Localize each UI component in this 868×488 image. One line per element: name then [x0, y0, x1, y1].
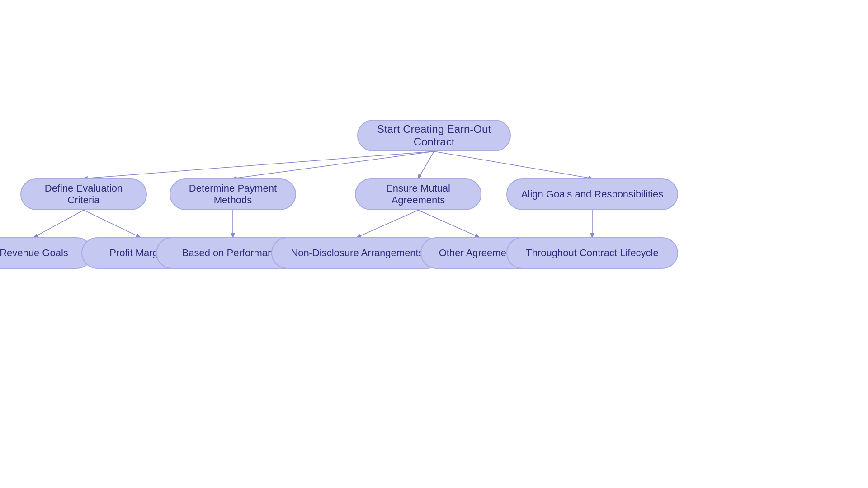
node-leaf4[interactable]: Non-Disclosure Arrangements — [271, 237, 443, 269]
node-mid3-label: Ensure Mutual Agreements — [368, 183, 468, 206]
node-mid1-label: Define Evaluation Criteria — [34, 183, 133, 206]
svg-line-0 — [84, 151, 434, 178]
svg-line-8 — [418, 210, 479, 237]
svg-line-1 — [233, 151, 434, 178]
diagram-container: Start Creating Earn-Out Contract Define … — [0, 0, 868, 488]
node-leaf3-label: Based on Performance — [182, 247, 283, 259]
node-mid2-label: Determine Payment Methods — [183, 183, 283, 206]
svg-line-3 — [434, 151, 592, 178]
node-leaf6[interactable]: Throughout Contract Lifecycle — [506, 237, 678, 269]
node-mid1[interactable]: Define Evaluation Criteria — [20, 178, 147, 210]
node-leaf4-label: Non-Disclosure Arrangements — [291, 247, 423, 259]
node-mid4[interactable]: Align Goals and Responsibilities — [506, 178, 678, 210]
node-mid3[interactable]: Ensure Mutual Agreements — [355, 178, 481, 210]
node-root[interactable]: Start Creating Earn-Out Contract — [357, 120, 511, 151]
node-mid2[interactable]: Determine Payment Methods — [170, 178, 296, 210]
node-leaf6-label: Throughout Contract Lifecycle — [526, 247, 659, 259]
node-leaf1[interactable]: Revenue Goals — [0, 237, 93, 269]
node-leaf1-label: Revenue Goals — [0, 247, 68, 259]
svg-line-2 — [418, 151, 434, 178]
node-mid4-label: Align Goals and Responsibilities — [521, 188, 663, 200]
svg-line-5 — [84, 210, 140, 237]
svg-line-4 — [34, 210, 84, 237]
node-root-label: Start Creating Earn-Out Contract — [371, 123, 497, 148]
svg-line-7 — [357, 210, 418, 237]
